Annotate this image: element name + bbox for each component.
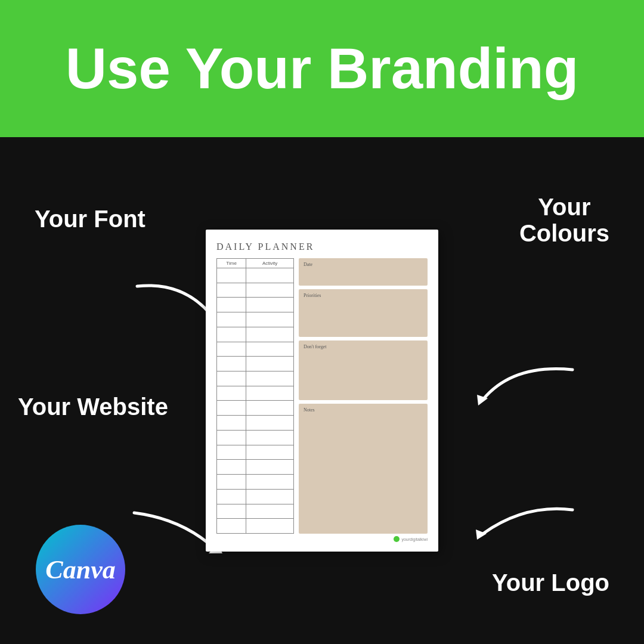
footer-text: yourdigitalkiwi: [401, 537, 428, 541]
table-row: [216, 342, 294, 357]
table-row: [216, 460, 294, 475]
table-row: [216, 445, 294, 460]
priorities-label: Priorities: [304, 293, 423, 298]
table-row: [216, 504, 294, 519]
your-website-label: Your Website: [18, 394, 168, 420]
priorities-section: Priorities: [299, 289, 428, 337]
canva-badge: Canva: [36, 525, 125, 614]
table-row: [216, 431, 294, 445]
notes-label: Notes: [304, 407, 423, 413]
logo-arrow: [465, 498, 584, 558]
planner-title: DAILY PLANNER: [216, 242, 428, 252]
table-row: [216, 386, 294, 401]
table-row: [216, 268, 294, 283]
canva-label: Canva: [45, 555, 115, 585]
header-banner: Use Your Branding: [0, 0, 644, 137]
table-row: [216, 371, 294, 386]
table-row: [216, 327, 294, 342]
table-row: [216, 416, 294, 431]
table-row: [216, 490, 294, 504]
time-header: Time: [217, 259, 246, 268]
dont-forget-label: Don't forget: [304, 344, 423, 349]
table-row: [216, 475, 294, 490]
planner-card: DAILY PLANNER Time Activity: [206, 230, 438, 552]
main-title: Use Your Branding: [66, 40, 579, 97]
table-row: [216, 357, 294, 371]
date-section: Date: [299, 258, 428, 286]
planner-footer: yourdigitalkiwi: [216, 536, 428, 542]
activity-header: Activity: [246, 259, 293, 268]
your-colours-label: Your Colours: [519, 194, 609, 246]
table-row: [216, 298, 294, 312]
your-logo-label: Your Logo: [492, 569, 609, 596]
table-header: Time Activity: [216, 258, 294, 268]
schedule-table: Time Activity: [216, 258, 294, 534]
dont-forget-section: Don't forget: [299, 340, 428, 400]
table-row: [216, 283, 294, 298]
planner-body: Time Activity: [216, 258, 428, 534]
notes-section: Notes: [299, 404, 428, 534]
right-sections: Date Priorities Don't forget Notes: [299, 258, 428, 534]
main-area: Your Font Your Colours Your Website Your…: [0, 137, 644, 644]
globe-icon: [394, 536, 400, 542]
table-row: [216, 519, 294, 534]
table-row: [216, 312, 294, 327]
colours-arrow: [465, 358, 584, 417]
table-rows: [216, 268, 294, 534]
your-font-label: Your Font: [35, 206, 145, 233]
table-row: [216, 401, 294, 416]
date-label: Date: [304, 262, 423, 267]
